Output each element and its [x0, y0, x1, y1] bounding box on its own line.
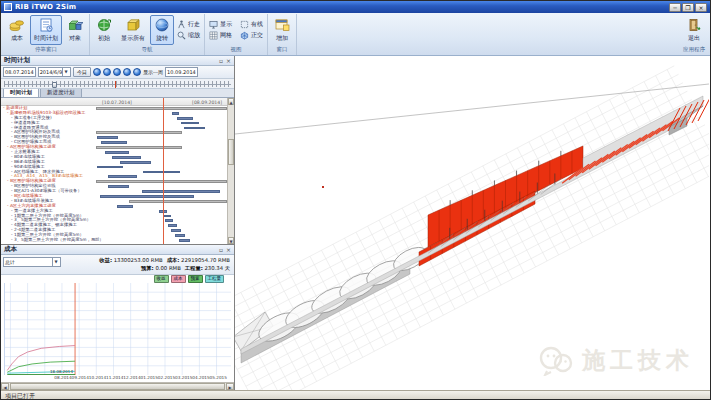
- timeline-ruler[interactable]: [1, 79, 234, 89]
- gantt-bar[interactable]: [184, 127, 205, 130]
- exit-button[interactable]: 退出: [682, 15, 706, 45]
- cost-horizontal-scrollbar[interactable]: ◀ ▶: [1, 382, 234, 390]
- display-toggle[interactable]: 显示: [207, 20, 234, 29]
- gantt-bar[interactable]: [117, 205, 133, 208]
- gantt-bar[interactable]: [129, 200, 227, 203]
- timeline-slider-handle[interactable]: [52, 82, 57, 88]
- minimize-button[interactable]: ─: [669, 3, 681, 12]
- gantt-row[interactable]: - 3、5期第三层土方开挖（开挖高度5m，局部）: [1, 238, 227, 243]
- cost-scope-select[interactable]: 总计▼: [3, 257, 61, 267]
- gantt-bar[interactable]: [105, 151, 129, 154]
- x-axis-tick-label: 08.2014: [54, 375, 71, 380]
- current-date-tick: [115, 81, 116, 88]
- ortho-toggle[interactable]: 正交: [238, 31, 265, 40]
- grid-toggle[interactable]: 网格: [207, 31, 234, 40]
- cost-legend: 收益成本预算工程量: [1, 275, 234, 283]
- x-axis-tick-label: 04.2015: [192, 375, 209, 380]
- schedule-icon: [38, 17, 54, 33]
- schedule-panel-header: 时间计划 ▫ ×: [1, 56, 234, 66]
- wireframe-toggle[interactable]: 有线: [238, 20, 265, 29]
- ribbon-group-navigation: 初始 显示所有 旋转 行走 缩放: [90, 14, 205, 55]
- revenue-value: 13300253.00 RMB: [114, 257, 163, 263]
- window-title: RIB iTWO 2Sim: [15, 3, 669, 11]
- gantt-bar[interactable]: [96, 180, 227, 183]
- gantt-bar[interactable]: [179, 239, 191, 242]
- gantt-bar[interactable]: [165, 219, 173, 222]
- playback-button-2[interactable]: [103, 68, 111, 76]
- grid-icon: [209, 31, 218, 40]
- scroll-up-icon[interactable]: ▲: [228, 98, 234, 105]
- close-panel-icon[interactable]: ×: [226, 57, 231, 64]
- scroll-down-icon[interactable]: ▼: [228, 237, 234, 244]
- model-3d[interactable]: [235, 56, 709, 390]
- gantt-bar[interactable]: [142, 190, 221, 193]
- gantt-current-date-line: [163, 98, 164, 244]
- date-select[interactable]: 2014/6/9▼: [38, 67, 71, 77]
- gantt-bar[interactable]: [177, 117, 193, 120]
- scroll-right-icon[interactable]: ▶: [226, 383, 234, 390]
- gantt-bar[interactable]: [96, 146, 182, 149]
- gantt-bar[interactable]: [96, 107, 227, 110]
- gantt-bar[interactable]: [172, 112, 179, 115]
- float-panel-icon[interactable]: ▫: [219, 57, 223, 64]
- status-text: 项目已打开: [5, 392, 35, 399]
- gantt-bar[interactable]: [181, 122, 199, 125]
- objects-button[interactable]: 对象: [63, 15, 87, 45]
- wireframe-icon: [240, 20, 249, 29]
- scroll-left-icon[interactable]: ◀: [1, 383, 9, 390]
- schedule-button[interactable]: 时间计划: [30, 15, 62, 45]
- gantt-bar[interactable]: [163, 215, 171, 218]
- x-axis-tick-label: 10.2014: [89, 375, 106, 380]
- magnifier-icon: [177, 31, 186, 40]
- add-window-button[interactable]: 增加: [270, 15, 294, 45]
- cost-panel-header: 成本 ▫ ×: [1, 245, 234, 255]
- show-all-button[interactable]: 显示所有: [117, 15, 149, 45]
- scrollbar-thumb[interactable]: [10, 383, 225, 390]
- gantt-bar[interactable]: [96, 131, 182, 134]
- playback-button-5[interactable]: [133, 68, 141, 76]
- display-icon: [209, 20, 218, 29]
- gantt-bar[interactable]: [100, 195, 194, 198]
- float-panel-icon[interactable]: ▫: [219, 246, 223, 253]
- main-area: 时间计划 ▫ × 08.07.2014 2014/6/9▼ 今日 显示一周 10…: [1, 56, 710, 390]
- scrollbar-thumb[interactable]: [228, 139, 234, 165]
- end-date-field[interactable]: 10.09.2014: [165, 67, 198, 77]
- close-panel-icon[interactable]: ×: [226, 246, 231, 253]
- gantt-chart[interactable]: [10.07.2014] [08.09.2014] - 新进度计划- 新建铁路机…: [1, 98, 234, 244]
- gantt-bar[interactable]: [112, 156, 141, 159]
- today-button[interactable]: 今日: [73, 67, 91, 77]
- gantt-bar[interactable]: [97, 136, 118, 139]
- gantt-bar[interactable]: [101, 141, 127, 144]
- cost-stats: 收益: 13300253.00 RMB 成本: 22919054.70 RMB …: [61, 257, 232, 272]
- legend-chip: 工程量: [205, 275, 225, 283]
- start-date-field[interactable]: 08.07.2014: [3, 67, 36, 77]
- playback-button-3[interactable]: [113, 68, 121, 76]
- rotate-button[interactable]: 旋转: [150, 15, 174, 45]
- cost-chart[interactable]: 18.08.2014: [4, 283, 231, 375]
- zoom-button[interactable]: 缩放: [175, 31, 202, 40]
- gantt-task-label: - 3、5期第三层土方开挖（开挖高度5m，局部）: [11, 238, 104, 243]
- cost-toolbar: 总计▼ 收益: 13300253.00 RMB 成本: 22919054.70 …: [1, 255, 234, 275]
- gantt-vertical-scrollbar[interactable]: ▲ ▼: [227, 98, 234, 244]
- coins-icon: [9, 17, 25, 33]
- gantt-bar[interactable]: [97, 166, 123, 169]
- ribbon-group-application: 退出 应用程序: [680, 14, 708, 55]
- gantt-bar[interactable]: [120, 161, 151, 164]
- gantt-bar[interactable]: [171, 229, 181, 232]
- cost-button[interactable]: 成本: [5, 15, 29, 45]
- playback-button-1[interactable]: [93, 68, 101, 76]
- restore-button[interactable]: ❐: [682, 3, 694, 12]
- gantt-bar[interactable]: [108, 175, 137, 178]
- playback-button-4[interactable]: [123, 68, 131, 76]
- model-viewport[interactable]: 施工技术: [235, 56, 710, 390]
- gantt-bar[interactable]: [108, 185, 129, 188]
- close-button[interactable]: ×: [695, 3, 707, 12]
- schedule-panel: 时间计划 ▫ × 08.07.2014 2014/6/9▼ 今日 显示一周 10…: [1, 56, 234, 245]
- gantt-bar[interactable]: [175, 234, 185, 237]
- gantt-bar[interactable]: [143, 171, 180, 174]
- gantt-bar[interactable]: [168, 224, 177, 227]
- walk-button[interactable]: 行走: [175, 20, 202, 29]
- ribbon: 成本 时间计划 对象 停靠窗口 初始: [1, 13, 710, 56]
- initial-view-button[interactable]: 初始: [92, 15, 116, 45]
- cost-panel-title: 成本: [4, 245, 216, 254]
